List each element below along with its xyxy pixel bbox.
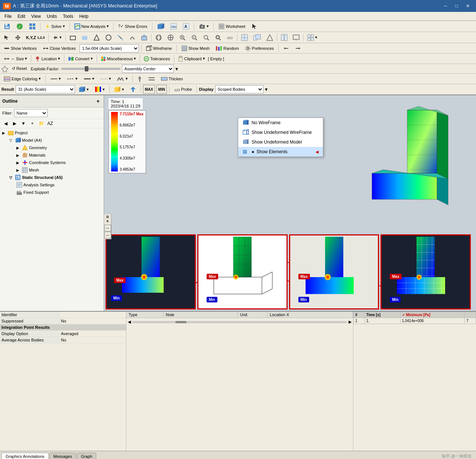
miscellaneous-button[interactable]: Miscellaneous ▾ xyxy=(98,54,139,63)
close-vertices-button[interactable]: Close Vertices xyxy=(41,44,78,53)
tree-item-analysis-settings[interactable]: Analysis Settings xyxy=(1,181,103,189)
save-button[interactable] xyxy=(1,22,13,31)
size-button[interactable]: ↔ Size ▾ xyxy=(1,54,29,63)
shape-btn6[interactable] xyxy=(127,33,138,42)
rotate-btn[interactable]: K,Y,Z1,2,3 xyxy=(24,33,47,42)
shape-btn4[interactable] xyxy=(103,33,114,42)
toolbar-icon-1[interactable] xyxy=(155,22,166,31)
grid-button[interactable] xyxy=(27,22,38,31)
line-btn4[interactable]: ▾ xyxy=(98,74,113,83)
arrow-result-btn[interactable] xyxy=(128,85,138,94)
shape-btn7[interactable] xyxy=(139,33,150,42)
menu-view[interactable]: View xyxy=(28,13,44,20)
expander-geometry[interactable]: ▶ xyxy=(16,146,21,150)
line-btn3[interactable]: ▾ xyxy=(81,74,97,83)
result-scale-dropdown[interactable]: 31 (Auto Scale) xyxy=(16,85,75,93)
tree-item-fixed-support[interactable]: Fixed Support xyxy=(1,189,103,196)
shape-btn3[interactable] xyxy=(91,33,102,42)
scroll-bar[interactable] xyxy=(132,321,347,323)
minimize-button[interactable]: ─ xyxy=(440,2,451,10)
worksheet-button[interactable]: Worksheet xyxy=(216,22,247,31)
expander-coords[interactable]: ▶ xyxy=(16,161,21,165)
explode-slider[interactable] xyxy=(61,68,120,70)
cursor-button[interactable] xyxy=(249,22,260,31)
zoom-fit-btn[interactable] xyxy=(201,33,212,42)
check-button[interactable]: ✓ xyxy=(14,22,25,31)
menu-help[interactable]: Help xyxy=(76,13,91,20)
scroll-right[interactable]: ▶ xyxy=(349,320,352,324)
tree-item-coordinates[interactable]: ▶ Coordinate Systems xyxy=(1,159,103,166)
random-button[interactable]: Random xyxy=(213,44,241,53)
parallel-lines-btn[interactable] xyxy=(146,74,157,83)
show-errors-button[interactable]: ?✓ Show Errors xyxy=(116,22,150,31)
dropdown-item-no-wireframe[interactable]: No WireFrame xyxy=(238,118,323,128)
shape-btn2[interactable] xyxy=(79,33,90,42)
shape-btn1[interactable] xyxy=(67,33,78,42)
tree-item-mesh[interactable]: ▶ Mesh xyxy=(1,166,103,174)
viewport[interactable]: Time: 1 2023/4/16 11:29 7.7115e7 Max 6.8… xyxy=(104,95,476,311)
max-btn[interactable]: MAX xyxy=(143,85,155,94)
color-scale-btn[interactable]: ▾ xyxy=(93,85,107,94)
dropdown-item-show-elements[interactable]: ● Show Elements ◀ xyxy=(238,147,323,157)
outline-back-btn[interactable]: ◀ xyxy=(1,120,10,127)
screen-btn[interactable] xyxy=(291,33,302,42)
tree-item-static[interactable]: ▽ S Static Structural (A5) xyxy=(1,174,103,181)
expander-model[interactable]: ▽ xyxy=(9,138,14,142)
edge-coloring-button[interactable]: Edge Coloring ▾ xyxy=(1,74,43,83)
arrow-left-btn[interactable] xyxy=(281,44,291,53)
new-analysis-button[interactable]: New Analysis ▾ xyxy=(72,22,111,31)
tab-graph[interactable]: Graph xyxy=(77,453,97,459)
arrow-btn[interactable]: ▾ xyxy=(50,33,64,42)
menu-units[interactable]: Units xyxy=(44,13,60,20)
dropdown-menu[interactable]: No WireFrame Show Undeformed WireFrame S… xyxy=(238,118,323,157)
view-btn2[interactable] xyxy=(251,33,263,42)
assembly-center-dropdown[interactable]: Assembly Center xyxy=(122,65,174,73)
shape-btn5[interactable] xyxy=(115,33,126,42)
reset-button[interactable]: ↺ ↺ ResetReset xyxy=(10,64,29,73)
scroll-left[interactable]: ◀ xyxy=(128,320,131,324)
line-btn5[interactable]: ▾ xyxy=(115,74,130,83)
pin-btn[interactable] xyxy=(135,74,145,83)
solve-button[interactable]: Solve ▾ xyxy=(43,22,67,31)
menu-edit[interactable]: Edit xyxy=(14,13,28,20)
outline-sort-btn[interactable]: AZ xyxy=(46,120,54,127)
zoom-prev-btn[interactable]: ISO xyxy=(224,33,236,42)
toolbar-abc-button[interactable]: Abc xyxy=(168,22,179,31)
layout-btn[interactable]: ▾ xyxy=(305,33,320,42)
expander-project[interactable]: ▶ xyxy=(2,131,7,135)
tab-messages[interactable]: Messages xyxy=(49,453,76,459)
outline-add-btn[interactable]: + xyxy=(95,97,101,106)
de-btn2[interactable]: ─ xyxy=(104,232,111,238)
outline-plus-btn[interactable]: + xyxy=(28,120,36,127)
expander-static[interactable]: ▽ xyxy=(9,176,14,180)
arrow-right-btn[interactable] xyxy=(293,44,303,53)
filter-dropdown[interactable]: Name xyxy=(14,109,48,117)
outline-filter-btn[interactable]: ▼ xyxy=(19,120,27,127)
clipboard-button[interactable]: Clipboard ▾ xyxy=(176,54,207,63)
outline-folder-btn[interactable]: 📁 xyxy=(37,120,45,127)
view-btn1[interactable] xyxy=(239,33,250,42)
zoom-in-btn[interactable] xyxy=(177,33,188,42)
tolerances-button[interactable]: Tolerances xyxy=(142,54,172,63)
thicken-btn[interactable]: Thicken xyxy=(159,74,185,83)
scoped-bodies-dropdown[interactable]: Scoped Bodies xyxy=(215,85,263,93)
tree-item-model[interactable]: ▽ Model (A4) xyxy=(1,137,103,144)
expander-materials[interactable]: ▶ xyxy=(16,153,21,157)
dropdown-item-undeformed-model[interactable]: Show Undeformed Model xyxy=(238,137,323,147)
min-btn[interactable]: MIN xyxy=(156,85,167,94)
wireframe-button[interactable]: Wireframe xyxy=(144,44,174,53)
move-btn[interactable] xyxy=(13,33,23,42)
show-mesh-button[interactable]: Show Mesh xyxy=(179,44,212,53)
line-btn2[interactable]: ▾ xyxy=(65,74,80,83)
tree-item-project[interactable]: ▶ Project xyxy=(1,129,103,137)
zoom-window-btn[interactable] xyxy=(213,33,224,42)
line-btn1[interactable]: ▾ xyxy=(48,74,63,83)
menu-file[interactable]: File xyxy=(1,13,14,20)
tree-item-geometry[interactable]: ▶ Geometry xyxy=(1,144,103,151)
scale-dropdown[interactable]: 1.5e-004 (Auto Scale) xyxy=(80,44,139,52)
maximize-button[interactable]: □ xyxy=(451,2,462,10)
tab-graphics[interactable]: Graphics Annotations xyxy=(1,453,49,459)
vector-btn[interactable]: ▾ xyxy=(112,85,126,94)
show-vertices-button[interactable]: Show Vertices xyxy=(1,44,39,53)
zoom-rotate-btn[interactable] xyxy=(153,33,164,42)
